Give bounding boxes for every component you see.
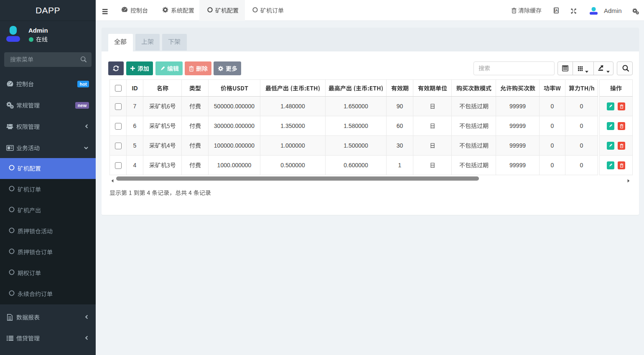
svg-text:A: A bbox=[555, 8, 558, 13]
